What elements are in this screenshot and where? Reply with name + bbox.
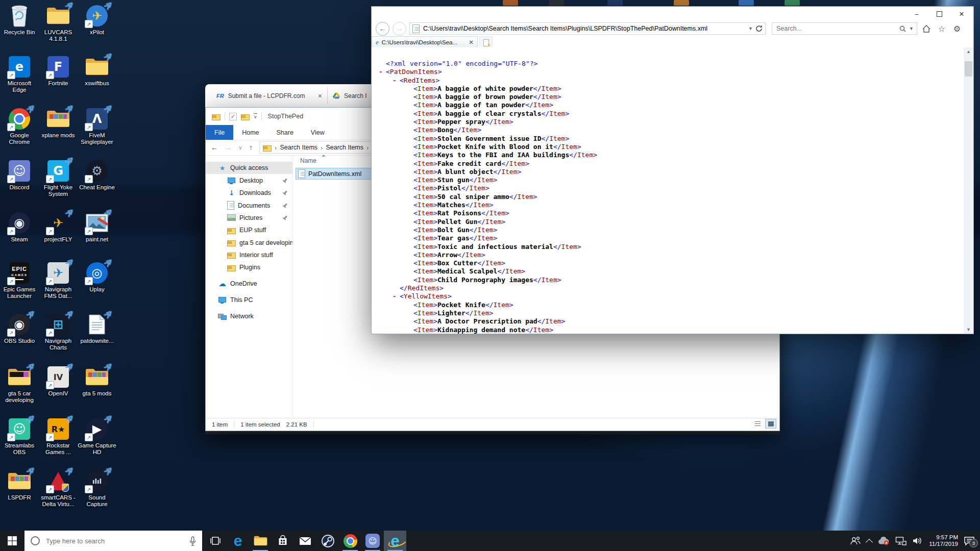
address-bar[interactable]: ▼ (409, 22, 766, 35)
quick-access-folder-icon[interactable] (212, 114, 220, 120)
desktop-icon-obs-studio[interactable]: ◉≫↗OBS Studio (0, 313, 39, 344)
desktop-icon-openiv[interactable]: IV≫↗OpenIV (39, 365, 78, 397)
sidebar-item-documents[interactable]: Documents (206, 199, 292, 212)
microphone-icon[interactable] (189, 536, 196, 546)
desktop-icon-microsoft-edge[interactable]: e↗Microsoft Edge (0, 55, 39, 93)
desktop-icon-recycle-bin[interactable]: Recycle Bin (0, 4, 39, 36)
clock[interactable]: 9:57 PM 11/17/2019 (929, 534, 958, 548)
new-folder-icon[interactable] (241, 114, 250, 120)
back-icon[interactable]: ← (211, 143, 218, 152)
action-center-icon[interactable]: 3 (964, 536, 975, 546)
menu-view[interactable]: View (302, 125, 333, 140)
taskbar-steam-button[interactable] (316, 531, 339, 551)
chrome-tab-1[interactable]: FRSubmit a file - LCPDFR.com× (211, 87, 328, 105)
desktop-icon-uplay[interactable]: ◎≫↗Uplay (78, 261, 116, 293)
desktop-icon-gta-5-mods[interactable]: ≫gta 5 mods (78, 365, 116, 397)
taskbar-ie-button[interactable]: e (384, 531, 406, 551)
desktop-icon-flight-yoke-system[interactable]: G≫↗Flight Yoke System (39, 159, 78, 197)
new-tab-button[interactable] (479, 36, 493, 48)
minimize-button[interactable]: – (905, 7, 928, 20)
menu-file[interactable]: File (206, 125, 233, 140)
desktop-icon-navigraph-charts[interactable]: ⊞≫↗Navigraph Charts (39, 313, 78, 351)
refresh-icon[interactable] (755, 25, 763, 32)
details-view-button[interactable] (752, 419, 763, 429)
search-input[interactable] (775, 24, 896, 33)
desktop-icon-fortnite[interactable]: F↗Fortnite (39, 55, 78, 87)
properties-check-icon[interactable]: ✓ (229, 113, 237, 120)
sidebar-item-pictures[interactable]: Pictures (206, 212, 292, 224)
desktop-icon-streamlabs-obs[interactable]: ☺≫↗Streamlabs OBS (0, 417, 39, 456)
desktop-icon-xswiftbus[interactable]: ≫xswiftbus (78, 55, 116, 87)
sidebar-item-eup-stuff[interactable]: EUP stuff (206, 224, 292, 236)
sidebar-item-onedrive[interactable]: ☁OneDrive (206, 278, 292, 290)
up-icon[interactable]: ↑ (249, 143, 253, 152)
menu-share[interactable]: Share (268, 125, 302, 140)
desktop-icon-sound-capture[interactable]: ılıl≫↗Sound Capture (78, 469, 116, 508)
desktop-icon-projectfly[interactable]: ✈≫↗projectFLY (39, 211, 78, 243)
desktop-icon-cheat-engine[interactable]: ⚙↗Cheat Engine (78, 159, 116, 191)
close-button[interactable]: ✕ (950, 7, 973, 20)
onedrive-error-icon[interactable] (877, 536, 890, 545)
breadcrumb-segment[interactable]: Search Items (326, 144, 363, 151)
taskbar-discord-button[interactable]: ☺ (361, 531, 384, 551)
desktop-icon-steam[interactable]: ◉↗Steam (0, 211, 39, 243)
scroll-down-icon[interactable]: ▼ (964, 327, 973, 332)
volume-icon[interactable] (912, 536, 923, 545)
desktop-icon-xplane-mods[interactable]: ≫xplane mods (39, 107, 78, 139)
desktop-icon-navigraph-fms-dat[interactable]: ✈≫↗Navigraph FMS Dat... (39, 261, 78, 299)
search-icon[interactable] (899, 26, 906, 32)
sidebar-item-gta-5-car-developing[interactable]: gta 5 car developing (206, 237, 292, 249)
taskbar-chrome-button[interactable] (339, 531, 361, 551)
address-dropdown-icon[interactable]: ▼ (748, 26, 753, 31)
desktop-icon-paint-net[interactable]: ≫↗paint.net (78, 211, 116, 243)
large-icons-view-button[interactable] (765, 419, 776, 429)
scroll-up-icon[interactable]: ▲ (964, 49, 973, 54)
sidebar-item-downloads[interactable]: ↓Downloads (206, 187, 292, 199)
sidebar-item-this-pc[interactable]: This PC (206, 294, 292, 306)
taskbar-search[interactable] (24, 531, 202, 551)
desktop-icon-xpilot[interactable]: ✈≫↗xPilot (78, 4, 116, 36)
maximize-button[interactable] (928, 7, 950, 20)
chrome-tab-2[interactable]: Search I (328, 87, 373, 105)
sidebar-item-desktop[interactable]: Desktop (206, 174, 292, 187)
sidebar-item-interior-stuff[interactable]: Interior stuff (206, 249, 292, 261)
desktop-icon-google-chrome[interactable]: ≫↗Google Chrome (0, 107, 39, 145)
back-icon[interactable]: ← (376, 22, 389, 36)
breadcrumb-segment[interactable]: Search Items (280, 144, 317, 151)
close-tab-icon[interactable]: ✕ (469, 39, 474, 46)
desktop-icon-lspdfr[interactable]: ≫LSPDFR (0, 469, 39, 501)
sidebar-item-quick-access[interactable]: ★Quick access (206, 162, 292, 174)
desktop-icon-game-capture-hd[interactable]: ▶≫↗Game Capture HD (78, 417, 116, 456)
forward-icon[interactable]: → (393, 22, 406, 36)
ie-tab[interactable]: e C:\Users\travi\Desktop\Sea... ✕ (372, 36, 478, 48)
address-input[interactable] (422, 24, 746, 33)
taskbar-store-button[interactable] (272, 531, 294, 551)
desktop-icon-luvcars-4-1-8-1[interactable]: ≫LUVCARS 4.1.8.1 (39, 4, 78, 42)
menu-home[interactable]: Home (233, 125, 267, 140)
desktop-icon-fivem-singleplayer[interactable]: Λ≫↗FiveM Singleplayer (78, 107, 116, 145)
taskbar-task-view-button[interactable] (204, 531, 227, 551)
search-box[interactable]: ▼ (772, 22, 917, 35)
taskbar-search-input[interactable] (45, 537, 184, 545)
settings-gear-icon[interactable]: ⚙ (951, 24, 963, 34)
taskbar-explorer-button[interactable] (249, 531, 272, 551)
sidebar-item-network[interactable]: Network (206, 310, 292, 322)
desktop-icon-patdownite[interactable]: ≫patdownite... (78, 313, 116, 344)
hidden-icons-chevron-icon[interactable] (866, 538, 873, 545)
desktop-icon-gta-5-car-developing[interactable]: ≫gta 5 car developing (0, 365, 39, 404)
vertical-scrollbar[interactable]: ▲ ▼ (964, 47, 973, 334)
scrollbar-thumb[interactable] (965, 61, 972, 77)
recent-locations-chevron-icon[interactable]: ∨ (238, 144, 242, 151)
forward-icon[interactable]: → (225, 143, 232, 152)
search-dropdown-icon[interactable]: ▼ (909, 26, 914, 31)
desktop-icon-epic-games-launcher[interactable]: EPICGAMES↗Epic Games Launcher (0, 261, 39, 299)
close-tab-icon[interactable]: × (318, 92, 322, 100)
desktop-icon-rockstar-games[interactable]: R★≫↗Rockstar Games ... (39, 417, 78, 456)
column-header-name[interactable]: Name (300, 157, 316, 164)
taskbar-mail-button[interactable] (294, 531, 316, 551)
people-icon[interactable] (850, 536, 861, 546)
customize-toolbar-chevron-icon[interactable]: ∨ (254, 113, 257, 119)
favorites-star-icon[interactable]: ☆ (936, 24, 948, 34)
sidebar-item-plugins[interactable]: Plugins (206, 261, 292, 273)
home-icon[interactable] (920, 25, 933, 33)
